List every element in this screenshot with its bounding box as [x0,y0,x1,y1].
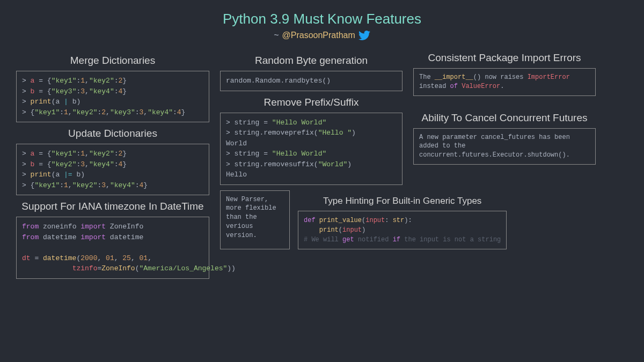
import-info: The __import__() now raises ImportError … [413,68,596,96]
update-code: > a = {"key1":1,"key2":2} > b = {"key2":… [16,144,209,195]
random-title: Random Byte generation [220,55,402,67]
typehint-code: def print_value(input: str): print(input… [298,211,507,249]
cancel-info: A new parameter cancel_futures has been … [413,128,596,165]
merge-code: > a = {"key1":1,"key2":2} > b = {"key3":… [16,71,209,122]
iana-code: from zoneinfo import ZoneInfo from datet… [16,217,209,279]
update-title: Update Dictionaries [16,128,209,139]
parser-info: New Parser, more flexible than the verio… [220,190,290,249]
tilde: ~ [274,31,279,40]
twitter-icon [358,29,370,41]
author-handle: @PrasoonPratham [282,31,355,40]
typehint-title: Type Hinting For Built-in Generic Types [298,196,507,206]
author-line: ~ @PrasoonPratham [16,29,628,41]
prefix-code: > string = "Hello World" > string.remove… [220,113,402,185]
page-title: Python 3.9 Must Know Features [16,11,628,27]
iana-title: Support For IANA timezone In DateTime [16,201,209,212]
cancel-title: Ability To Cancel Concurrent Futures [413,112,596,124]
prefix-title: Remove Prefix/Suffix [220,97,402,108]
import-title: Consistent Package Import Errors [413,52,596,64]
random-code: random.Random.randbytes() [220,71,402,91]
merge-title: Merge Dictionaries [16,55,209,67]
